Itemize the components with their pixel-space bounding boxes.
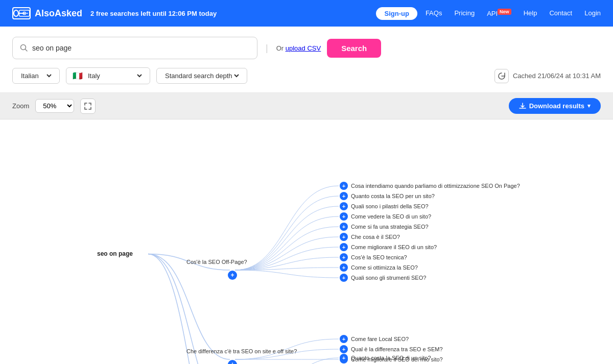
- svg-point-1: [23, 12, 26, 14]
- logo: AlsoAsked: [12, 7, 82, 19]
- leaf-label: Cos'è la SEO tecnica?: [351, 254, 407, 260]
- search-divider: |: [266, 43, 268, 54]
- leaf-label: Come si fa una strategia SEO?: [351, 224, 429, 230]
- signup-button[interactable]: Sign-up: [376, 7, 417, 20]
- branch-expand-button[interactable]: +: [228, 360, 237, 364]
- branch-expand-button[interactable]: +: [228, 271, 237, 280]
- zoom-select[interactable]: 25% 50% 75% 100%: [35, 99, 74, 113]
- leaf-expand-button[interactable]: +: [340, 223, 348, 231]
- leaf-row: +Qual è la differenza tra SEO e SEM?: [340, 345, 443, 353]
- nav-login[interactable]: Login: [584, 9, 601, 17]
- leaf-label: Quanto costa la SEO per un sito?: [351, 193, 435, 199]
- nav-help[interactable]: Help: [524, 9, 537, 17]
- leaf-label: Qual è la differenza tra SEO e SEM?: [351, 346, 443, 352]
- leaf-label: Quanto costa la SEO di un sito?: [351, 355, 431, 361]
- leaf-expand-button[interactable]: +: [340, 202, 348, 210]
- logo-text: AlsoAsked: [35, 8, 82, 19]
- leaf-row: +Come si fa una strategia SEO?: [340, 223, 429, 231]
- cache-text: Cached 21/06/24 at 10:31 AM: [513, 72, 601, 80]
- leaf-row: +Cosa intendiamo quando parliamo di otti…: [340, 182, 520, 190]
- leaf-label: Come fare Local SEO?: [351, 336, 409, 342]
- fullscreen-button[interactable]: [80, 99, 96, 114]
- leaf-row: +Quanto costa la SEO di un sito?: [340, 354, 431, 362]
- search-button[interactable]: Search: [327, 39, 381, 58]
- depth-dropdown[interactable]: Standard search depth Deep search Shallo…: [163, 71, 241, 80]
- download-icon: [519, 103, 526, 110]
- root-node: seo on page: [97, 250, 133, 257]
- search-bar-row: | Or upload CSV Search: [12, 37, 601, 59]
- leaf-row: +Come fare Local SEO?: [340, 335, 409, 343]
- nav-pricing[interactable]: Pricing: [454, 9, 475, 17]
- leaf-label: Cosa intendiamo quando parliamo di ottim…: [351, 183, 520, 189]
- leaf-expand-button[interactable]: +: [340, 345, 348, 353]
- download-label: Download results: [529, 102, 584, 110]
- cache-icon: [494, 69, 509, 83]
- toolbar: Zoom 25% 50% 75% 100% Download results ▾: [0, 93, 613, 119]
- leaf-expand-button[interactable]: +: [340, 263, 348, 272]
- leaf-expand-button[interactable]: +: [340, 212, 348, 221]
- cache-info: Cached 21/06/24 at 10:31 AM: [494, 69, 601, 83]
- search-area: | Or upload CSV Search Italian English S…: [0, 27, 613, 93]
- leaf-label: Come vedere la SEO di un sito?: [351, 213, 431, 220]
- mindmap-svg: [0, 119, 613, 364]
- leaf-label: Che cosa è il SEO?: [351, 234, 400, 240]
- zoom-label: Zoom: [12, 102, 29, 110]
- free-searches-text: 2 free searches left until 12:06 PM toda…: [90, 10, 368, 17]
- leaf-row: +Quali sono i pilastri della SEO?: [340, 202, 429, 210]
- search-icon: [20, 44, 28, 52]
- leaf-row: +Che cosa è il SEO?: [340, 233, 400, 241]
- leaf-expand-button[interactable]: +: [340, 243, 348, 251]
- navbar-links: FAQs Pricing APINew Help Contact Login: [426, 9, 601, 17]
- logo-icon: [12, 7, 31, 19]
- country-dropdown[interactable]: Italy United Kingdom United States: [86, 71, 144, 80]
- leaf-expand-button[interactable]: +: [340, 274, 348, 282]
- leaf-row: +Come vedere la SEO di un sito?: [340, 212, 431, 221]
- leaf-label: Come migliorare il SEO di un sito?: [351, 244, 437, 250]
- upload-text: Or upload CSV: [276, 44, 321, 52]
- leaf-expand-button[interactable]: +: [340, 233, 348, 241]
- branch-label: Che differenza c'è tra SEO on site e off…: [186, 348, 297, 354]
- download-chevron-icon: ▾: [587, 103, 591, 109]
- leaf-row: +Quanto costa la SEO per un sito?: [340, 192, 435, 200]
- nav-faqs[interactable]: FAQs: [426, 9, 442, 17]
- filters-row: Italian English Spanish 🇮🇹 Italy United …: [12, 67, 601, 84]
- search-input[interactable]: [32, 44, 250, 52]
- leaf-expand-button[interactable]: +: [340, 253, 348, 261]
- leaf-expand-button[interactable]: +: [340, 335, 348, 343]
- country-select[interactable]: 🇮🇹 Italy United Kingdom United States: [66, 67, 150, 84]
- mindmap-area: seo on pageCos'è la SEO Off-Page?++Cosa …: [0, 119, 613, 364]
- leaf-expand-button[interactable]: +: [340, 354, 348, 362]
- leaf-label: Come si ottimizza la SEO?: [351, 264, 418, 271]
- language-dropdown[interactable]: Italian English Spanish: [19, 71, 53, 80]
- leaf-expand-button[interactable]: +: [340, 192, 348, 200]
- leaf-row: +Quali sono gli strumenti SEO?: [340, 274, 426, 282]
- search-input-wrapper: [12, 37, 257, 59]
- depth-select[interactable]: Standard search depth Deep search Shallo…: [156, 68, 247, 84]
- leaf-row: +Come si ottimizza la SEO?: [340, 263, 418, 272]
- leaf-row: +Come migliorare il SEO di un sito?: [340, 243, 437, 251]
- api-badge: New: [498, 9, 511, 15]
- nav-api[interactable]: APINew: [487, 9, 511, 17]
- leaf-expand-button[interactable]: +: [340, 182, 348, 190]
- download-button[interactable]: Download results ▾: [509, 98, 601, 114]
- flag-icon: 🇮🇹: [73, 71, 83, 81]
- navbar: AlsoAsked 2 free searches left until 12:…: [0, 0, 613, 27]
- upload-csv-link[interactable]: upload CSV: [286, 44, 321, 52]
- language-select[interactable]: Italian English Spanish: [12, 68, 60, 84]
- fullscreen-icon: [84, 103, 91, 110]
- leaf-row: +Cos'è la SEO tecnica?: [340, 253, 407, 261]
- branch-label: Cos'è la SEO Off-Page?: [186, 259, 247, 265]
- leaf-label: Quali sono i pilastri della SEO?: [351, 203, 429, 209]
- nav-contact[interactable]: Contact: [549, 9, 572, 17]
- svg-line-5: [26, 50, 28, 52]
- leaf-label: Quali sono gli strumenti SEO?: [351, 275, 426, 281]
